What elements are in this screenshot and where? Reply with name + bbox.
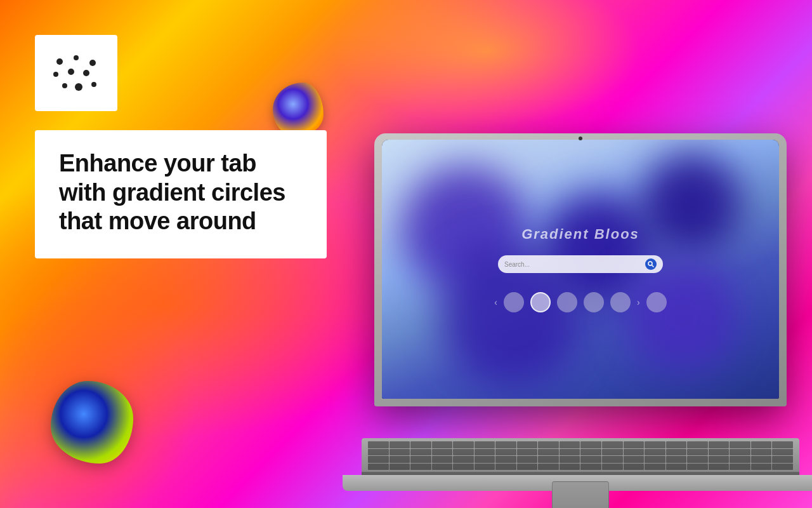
keyboard-key: [580, 449, 601, 456]
screen-bezel: Gradient Bloos Search... ‹: [382, 140, 779, 399]
keyboard-key: [580, 441, 601, 448]
keyboard-key: [390, 464, 410, 471]
keyboard-key: [687, 456, 708, 463]
prev-arrow[interactable]: ‹: [494, 297, 497, 307]
palette-circle-5[interactable]: [610, 292, 631, 312]
keyboard-key: [709, 441, 730, 448]
keyboard-key: [709, 464, 730, 471]
keyboard-key: [751, 464, 772, 471]
laptop-screen-outer: Gradient Bloos Search... ‹: [374, 133, 787, 406]
keyboard-key: [751, 456, 772, 463]
headline-line2: with gradient circles: [59, 179, 285, 206]
keyboard-key: [560, 456, 580, 463]
keyboard-key: [602, 456, 623, 463]
svg-line-10: [652, 265, 654, 267]
svg-point-4: [68, 69, 74, 75]
palette-circle-1[interactable]: [504, 292, 524, 312]
keyboard-key: [390, 449, 410, 456]
keyboard-key: [709, 449, 730, 456]
keyboard-key: [475, 449, 495, 456]
logo-box: [35, 35, 117, 111]
keyboard-key: [390, 456, 410, 463]
search-icon[interactable]: [645, 258, 657, 270]
keyboard-key: [538, 449, 559, 456]
palette-circle-4[interactable]: [584, 292, 604, 312]
keyboard-key: [624, 464, 645, 471]
headline-line1: Enhance your tab: [59, 150, 256, 177]
keyboard-key: [730, 456, 750, 463]
keyboard-key: [538, 456, 559, 463]
keyboard-key: [580, 464, 601, 471]
keyboard-key: [645, 441, 665, 448]
keyboard-key: [560, 449, 580, 456]
keyboard-key: [751, 441, 772, 448]
keyboard-key: [772, 441, 793, 448]
keyboard-key: [390, 441, 410, 448]
svg-point-0: [56, 58, 63, 65]
trackpad: [552, 481, 609, 508]
svg-point-2: [89, 60, 96, 66]
keyboard-key: [517, 449, 538, 456]
keyboard-key: [495, 464, 516, 471]
keyboard-key: [580, 456, 601, 463]
keyboard-key: [410, 456, 431, 463]
keyboard-key: [645, 464, 665, 471]
blob-bottom-left: [51, 381, 133, 464]
keyboard-key: [432, 456, 453, 463]
keyboard-key: [432, 449, 453, 456]
svg-point-1: [74, 55, 79, 60]
keyboard-key: [560, 464, 580, 471]
keyboard-key: [517, 464, 538, 471]
svg-point-8: [91, 82, 96, 87]
keyboard-key: [517, 456, 538, 463]
keyboard-key: [517, 441, 538, 448]
palette-row: ‹ ›: [494, 292, 666, 312]
keyboard-key: [666, 441, 687, 448]
keyboard-key: [453, 456, 474, 463]
keyboard-key: [495, 441, 516, 448]
keyboard-key: [475, 456, 495, 463]
keyboard-key: [709, 456, 730, 463]
keyboard-key: [432, 464, 453, 471]
svg-point-6: [62, 83, 67, 88]
keyboard-key: [538, 464, 559, 471]
keyboard-key: [730, 441, 750, 448]
keyboard-key: [475, 441, 495, 448]
keyboard-key: [687, 449, 708, 456]
keyboard-key: [645, 449, 665, 456]
keyboard-key: [410, 464, 431, 471]
palette-circle-6[interactable]: [646, 292, 667, 312]
keyboard-key: [772, 456, 793, 463]
keyboard-key: [624, 441, 645, 448]
svg-point-5: [83, 70, 89, 76]
keyboard-key: [560, 441, 580, 448]
keyboard-key: [410, 441, 431, 448]
keyboard-key: [666, 456, 687, 463]
camera: [579, 137, 582, 140]
keyboard-key: [772, 449, 793, 456]
keyboard-key: [751, 449, 772, 456]
screen-title: Gradient Bloos: [521, 226, 639, 243]
palette-circle-2[interactable]: [530, 292, 551, 312]
palette-circle-3[interactable]: [557, 292, 577, 312]
keyboard-key: [495, 449, 516, 456]
keyboard-key: [666, 464, 687, 471]
keyboard-key: [602, 449, 623, 456]
keyboard-key: [495, 456, 516, 463]
keyboard-key: [368, 464, 389, 471]
next-arrow[interactable]: ›: [637, 297, 640, 307]
keyboard-area: [362, 438, 799, 473]
text-card: Enhance your tab with gradient circles t…: [35, 130, 327, 258]
keyboard-key: [730, 449, 750, 456]
keyboard-key: [432, 441, 453, 448]
screen-blob-5: [625, 258, 739, 373]
svg-point-7: [75, 83, 82, 91]
headline-line3: that move around: [59, 208, 256, 234]
keyboard-keys: [368, 441, 793, 470]
keyboard-key: [624, 449, 645, 456]
logo-icon: [53, 54, 99, 92]
search-bar[interactable]: Search...: [498, 255, 663, 273]
headline: Enhance your tab with gradient circles t…: [59, 149, 303, 236]
search-placeholder: Search...: [504, 261, 645, 268]
keyboard-key: [410, 449, 431, 456]
